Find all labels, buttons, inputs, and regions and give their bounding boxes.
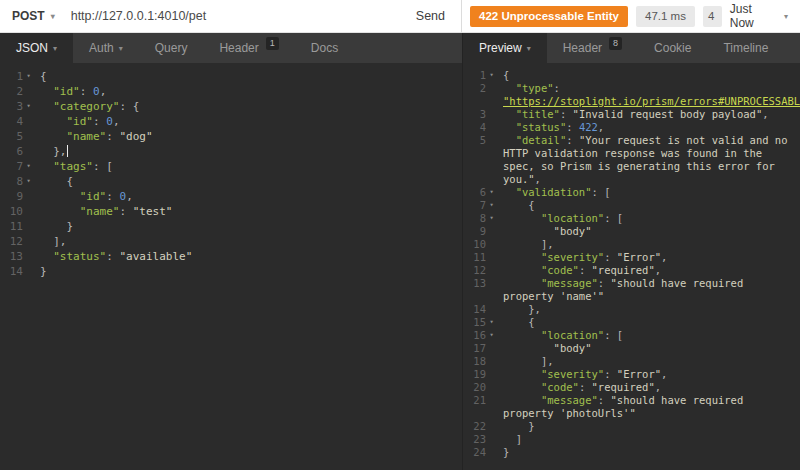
tab-header-response[interactable]: Header 8 <box>547 33 638 63</box>
line-number: 5 <box>463 134 497 147</box>
fold-caret-placeholder <box>486 121 497 134</box>
line-number: 10 <box>463 238 497 251</box>
fold-caret-icon[interactable]: ▾ <box>23 159 34 174</box>
code-line: 9 "id": 0, <box>0 189 462 204</box>
tab-label: Preview <box>479 41 522 55</box>
line-number: 9 <box>463 225 497 238</box>
fold-caret-placeholder <box>486 368 497 381</box>
tab-label: Query <box>155 41 188 55</box>
fold-caret-placeholder <box>23 204 34 219</box>
fold-caret-icon[interactable]: ▾ <box>23 99 34 114</box>
code-line: 3▾ "category": { <box>0 99 462 114</box>
code-line: 13 "message": "should have required prop… <box>463 277 800 303</box>
fold-caret-placeholder <box>486 277 497 290</box>
url-input[interactable]: http://127.0.0.1:4010/pet <box>71 9 412 23</box>
tab-label: Header <box>219 41 258 55</box>
code-line: 2 "type": "https://stoplight.io/prism/er… <box>463 82 800 108</box>
code-line: 14} <box>0 264 462 279</box>
fold-caret-icon[interactable]: ▾ <box>23 69 34 84</box>
line-number: 11 <box>0 219 34 234</box>
tab-badge: 8 <box>609 37 622 50</box>
code-line: 17 "body" <box>463 342 800 355</box>
line-number: 2 <box>0 84 34 99</box>
code-line: 24} <box>463 446 800 459</box>
chevron-down-icon: ▾ <box>527 44 531 53</box>
tab-timeline[interactable]: Timeline <box>707 33 784 63</box>
code-line: 13 "status": "available" <box>0 249 462 264</box>
fold-caret-icon[interactable]: ▾ <box>23 174 34 189</box>
tab-cookie[interactable]: Cookie <box>638 33 707 63</box>
tab-label: Auth <box>89 41 114 55</box>
request-maker-app: POST ▾ http://127.0.0.1:4010/pet Send JS… <box>0 0 800 470</box>
line-number: 24 <box>463 446 497 459</box>
chevron-down-icon: ▾ <box>784 12 788 21</box>
code-line: 10 ], <box>463 238 800 251</box>
code-line: 1▾{ <box>0 69 462 84</box>
send-button[interactable]: Send <box>412 9 449 23</box>
fold-caret-icon[interactable]: ▾ <box>486 316 497 329</box>
line-number: 14 <box>0 264 34 279</box>
fold-caret-icon[interactable]: ▾ <box>486 186 497 199</box>
tab-header[interactable]: Header 1 <box>203 33 294 63</box>
fold-caret-icon[interactable]: ▾ <box>486 199 497 212</box>
line-number: 1▾ <box>463 69 497 82</box>
line-number: 8▾ <box>463 212 497 225</box>
code-line: 7▾ "tags": [ <box>0 159 462 174</box>
fold-caret-icon[interactable]: ▾ <box>486 212 497 225</box>
request-code-editor[interactable]: 1▾{2 "id": 0,3▾ "category": {4 "id": 0,5… <box>0 63 462 470</box>
line-number: 3▾ <box>0 99 34 114</box>
chevron-down-icon: ▾ <box>53 44 57 53</box>
method-dropdown[interactable]: POST ▾ <box>12 9 55 23</box>
line-number: 8▾ <box>0 174 34 189</box>
code-line: 21 "message": "should have required prop… <box>463 394 800 420</box>
fold-caret-placeholder <box>486 420 497 433</box>
request-url-bar: POST ▾ http://127.0.0.1:4010/pet Send <box>0 0 462 33</box>
line-number: 4 <box>0 114 34 129</box>
line-number: 18 <box>463 355 497 368</box>
tab-label: Header <box>563 41 602 55</box>
line-number: 21 <box>463 394 497 407</box>
fold-caret-placeholder <box>486 394 497 407</box>
history-dropdown[interactable]: Just Now ▾ <box>730 2 792 30</box>
fold-caret-icon[interactable]: ▾ <box>486 329 497 342</box>
response-size-badge: 4 <box>703 6 722 27</box>
history-label: Just Now <box>730 2 778 30</box>
line-number: 23 <box>463 433 497 446</box>
code-line: 5 "detail": "Your request is not valid a… <box>463 134 800 186</box>
line-number: 15▾ <box>463 316 497 329</box>
code-line: 23 ] <box>463 433 800 446</box>
code-line: 19 "severity": "Error", <box>463 368 800 381</box>
line-number: 6▾ <box>463 186 497 199</box>
fold-caret-placeholder <box>486 82 497 95</box>
line-number: 12 <box>0 234 34 249</box>
code-line: 5 "name": "dog" <box>0 129 462 144</box>
response-pane: 422 Unprocessable Entity 47.1 ms 4 Just … <box>462 0 800 470</box>
line-number: 3 <box>463 108 497 121</box>
response-time-badge: 47.1 ms <box>636 6 695 27</box>
line-number: 9 <box>0 189 34 204</box>
tab-json[interactable]: JSON ▾ <box>0 33 73 63</box>
tab-preview[interactable]: Preview ▾ <box>463 33 547 63</box>
code-line: 11 } <box>0 219 462 234</box>
line-number: 6 <box>0 144 34 159</box>
chevron-down-icon: ▾ <box>119 44 123 53</box>
tab-query[interactable]: Query <box>139 33 204 63</box>
code-line: 1▾{ <box>463 69 800 82</box>
fold-caret-placeholder <box>486 433 497 446</box>
code-line: 4 "status": 422, <box>463 121 800 134</box>
tab-auth[interactable]: Auth ▾ <box>73 33 139 63</box>
status-badge: 422 Unprocessable Entity <box>470 6 628 27</box>
code-line: 8▾ "location": [ <box>463 212 800 225</box>
code-line: 12 "code": "required", <box>463 264 800 277</box>
tab-docs[interactable]: Docs <box>295 33 354 63</box>
code-line: 15▾ { <box>463 316 800 329</box>
response-code-viewer[interactable]: 1▾{2 "type": "https://stoplight.io/prism… <box>462 63 800 470</box>
response-status-bar: 422 Unprocessable Entity 47.1 ms 4 Just … <box>462 0 800 33</box>
fold-caret-placeholder <box>23 234 34 249</box>
chevron-down-icon: ▾ <box>51 12 55 21</box>
code-line: 16▾ "location": [ <box>463 329 800 342</box>
fold-caret-placeholder <box>486 264 497 277</box>
line-number: 20 <box>463 381 497 394</box>
code-line: 22 } <box>463 420 800 433</box>
fold-caret-icon[interactable]: ▾ <box>486 69 497 82</box>
